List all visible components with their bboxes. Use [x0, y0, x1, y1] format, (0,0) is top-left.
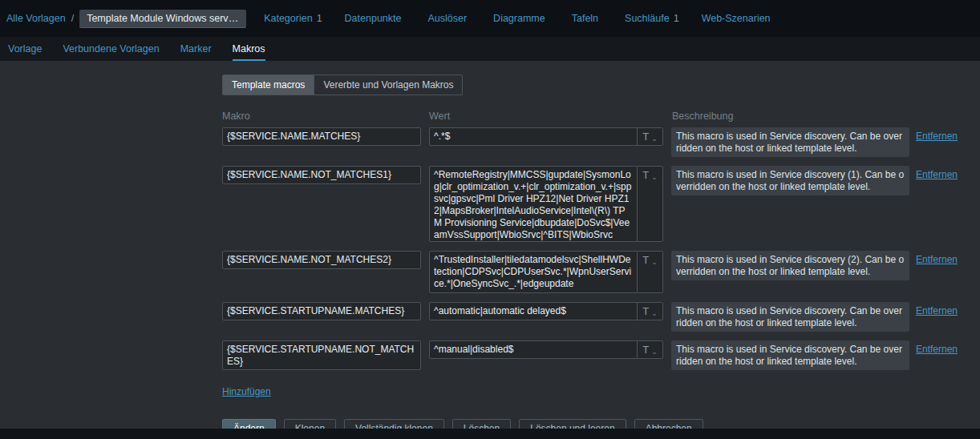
header-bar: Alle Vorlagen / Template Module Windows … [0, 0, 980, 37]
tab-label: Auslöser [427, 13, 467, 24]
tab-label: Datenpunkte [345, 13, 402, 24]
macro-table-header: Makro Wert Beschreibung [222, 111, 980, 122]
remove-macro-link[interactable]: Entfernen [916, 254, 958, 265]
chevron-down-icon: ⌄ [651, 256, 658, 268]
macro-row: {$SERVICE.STARTUPNAME.NOT_MATCHES} ^manu… [222, 340, 980, 370]
macro-row: {$SERVICE.NAME.NOT_MATCHES1} ^RemoteRegi… [222, 166, 980, 242]
remove-macro-link[interactable]: Entfernen [916, 305, 958, 316]
breadcrumb-all-templates[interactable]: Alle Vorlagen [6, 13, 66, 24]
chevron-down-icon: ⌄ [651, 308, 658, 319]
macro-type-button[interactable]: T⌄ [637, 340, 663, 359]
subnav-makros[interactable]: Makros [233, 37, 265, 61]
template-subnav: Vorlage Verbundene Vorlagen Marker Makro… [0, 37, 980, 61]
macro-description-input[interactable]: This macro is used in Service discovery … [671, 166, 909, 195]
form-action-buttons: Ändern Klonen Vollständig klonen Löschen… [222, 419, 980, 429]
macro-row: {$SERVICE.NAME.MATCHES} ^.*$ T⌄ This mac… [222, 127, 980, 157]
macro-value-input[interactable]: ^RemoteRegistry|MMCSS|gupdate|SysmonLog|… [429, 166, 638, 242]
subnav-verbundene-vorlagen[interactable]: Verbundene Vorlagen [63, 37, 159, 61]
macro-description-input[interactable]: This macro is used in Service discovery … [671, 251, 909, 280]
tab-datenpunkte[interactable]: Datenpunkte [345, 13, 406, 24]
macro-value-input[interactable]: ^.*$ [429, 127, 638, 146]
macro-value-input[interactable]: ^manual|disabled$ [429, 340, 638, 359]
macro-row: {$SERVICE.STARTUPNAME.MATCHES} ^automati… [222, 302, 980, 332]
chevron-down-icon: ⌄ [651, 133, 658, 144]
chevron-down-icon: ⌄ [651, 346, 658, 357]
macro-value-group: ^TrustedInstaller|tiledatamodelsvc|Shell… [429, 251, 663, 293]
macro-value-group: ^.*$ T⌄ [429, 127, 663, 146]
breadcrumb: Alle Vorlagen / Template Module Windows … [6, 10, 246, 28]
column-header-makro: Makro [222, 111, 429, 122]
macro-description-input[interactable]: This macro is used in Service discovery.… [671, 127, 909, 157]
tab-label: Tafeln [572, 13, 598, 24]
tab-tafeln[interactable]: Tafeln [572, 13, 602, 24]
inherited-macros-toggle[interactable]: Vererbte und Vorlagen Makros [314, 75, 462, 95]
type-t-label: T [642, 170, 649, 181]
subnav-marker[interactable]: Marker [180, 37, 212, 61]
remove-macro-link[interactable]: Entfernen [916, 131, 958, 142]
macro-name-input[interactable]: {$SERVICE.NAME.NOT_MATCHES1} [222, 166, 421, 184]
tab-label: Web-Szenarien [702, 13, 771, 24]
macro-name-input[interactable]: {$SERVICE.STARTUPNAME.MATCHES} [222, 302, 421, 320]
template-macros-toggle[interactable]: Template macros [223, 75, 314, 95]
remove-macro-link[interactable]: Entfernen [916, 344, 958, 355]
breadcrumb-template-name[interactable]: Template Module Windows servic... [79, 10, 246, 28]
macro-row: {$SERVICE.NAME.NOT_MATCHES2} ^TrustedIns… [222, 251, 980, 293]
tab-diagramme[interactable]: Diagramme [493, 13, 549, 24]
type-t-label: T [642, 255, 649, 266]
column-header-beschreibung: Beschreibung [672, 111, 910, 122]
tab-suchlaeufe[interactable]: Suchläufe1 [625, 13, 679, 24]
full-clone-button[interactable]: Vollständig klonen [344, 419, 444, 429]
macro-type-button[interactable]: T⌄ [637, 302, 663, 320]
macro-name-input[interactable]: {$SERVICE.NAME.NOT_MATCHES2} [222, 251, 421, 269]
macro-type-button[interactable]: T⌄ [637, 166, 663, 242]
chevron-down-icon: ⌄ [651, 171, 658, 183]
tab-web-szenarien[interactable]: Web-Szenarien [702, 13, 775, 24]
macro-type-button[interactable]: T⌄ [637, 251, 663, 293]
macro-name-input[interactable]: {$SERVICE.STARTUPNAME.NOT_MATCHES} [222, 340, 421, 370]
macro-value-input[interactable]: ^automatic|automatic delayed$ [429, 302, 638, 320]
delete-and-clear-button[interactable]: Löschen und leeren [519, 419, 626, 429]
delete-button[interactable]: Löschen [452, 419, 511, 429]
main-content: Template macros Vererbte und Vorlagen Ma… [0, 61, 980, 429]
macro-description-input[interactable]: This macro is used in Service discovery.… [671, 302, 909, 332]
top-tabs: Kategorien1 Datenpunkte Auslöser Diagram… [264, 13, 774, 24]
macro-value-group: ^manual|disabled$ T⌄ [429, 340, 663, 359]
macro-name-input[interactable]: {$SERVICE.NAME.MATCHES} [222, 127, 421, 146]
macro-value-group: ^RemoteRegistry|MMCSS|gupdate|SysmonLog|… [429, 166, 663, 242]
tab-kategorien[interactable]: Kategorien1 [264, 13, 322, 24]
add-macro-link[interactable]: Hinzufügen [222, 386, 271, 397]
macro-description-input[interactable]: This macro is used in Service discovery.… [671, 340, 909, 370]
tab-count: 1 [674, 13, 679, 24]
type-t-label: T [642, 344, 649, 356]
update-button[interactable]: Ändern [222, 419, 276, 429]
macro-value-input[interactable]: ^TrustedInstaller|tiledatamodelsvc|Shell… [429, 251, 638, 293]
column-header-wert: Wert [429, 111, 672, 122]
tab-label: Kategorien [264, 13, 312, 24]
macro-type-button[interactable]: T⌄ [637, 127, 663, 146]
subnav-vorlage[interactable]: Vorlage [8, 37, 42, 61]
type-t-label: T [642, 131, 649, 143]
macro-view-toggle: Template macros Vererbte und Vorlagen Ma… [222, 75, 463, 95]
type-t-label: T [642, 306, 649, 317]
tab-count: 1 [317, 13, 322, 24]
footer-bar [0, 429, 980, 439]
tab-label: Diagramme [493, 13, 545, 24]
breadcrumb-separator: / [71, 13, 74, 24]
cancel-button[interactable]: Abbrechen [634, 419, 703, 429]
remove-macro-link[interactable]: Entfernen [916, 169, 958, 180]
tab-ausloeser[interactable]: Auslöser [427, 13, 471, 24]
macro-value-group: ^automatic|automatic delayed$ T⌄ [429, 302, 663, 320]
macros-form: Template macros Vererbte und Vorlagen Ma… [222, 61, 980, 429]
clone-button[interactable]: Klonen [284, 419, 336, 429]
tab-label: Suchläufe [625, 13, 670, 24]
